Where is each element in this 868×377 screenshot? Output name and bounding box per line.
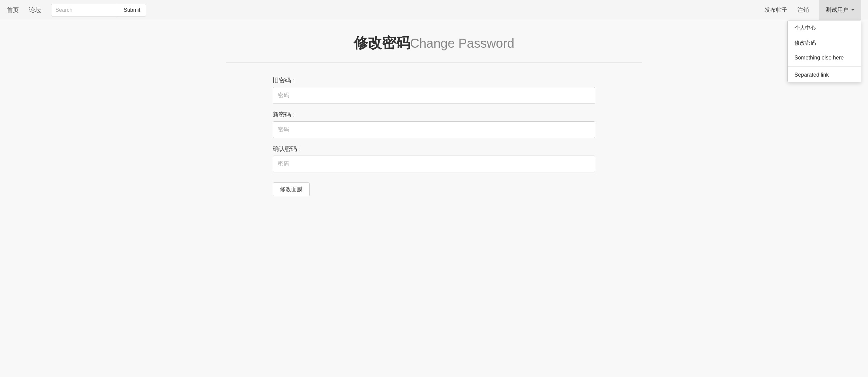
dropdown-profile[interactable]: 个人中心 — [788, 21, 861, 36]
page-title-en: Change Password — [410, 36, 515, 51]
search-input[interactable] — [51, 4, 118, 17]
confirm-password-input[interactable] — [273, 156, 595, 172]
page-title: 修改密码Change Password — [226, 34, 642, 53]
forum-link[interactable]: 论坛 — [29, 6, 41, 14]
dropdown-separated-link[interactable]: Separated link — [788, 68, 861, 82]
confirm-password-label: 确认密码： — [273, 145, 595, 153]
dropdown-menu: 个人中心 修改密码 Something else here Separated … — [787, 20, 861, 82]
old-password-label: 旧密码： — [273, 76, 595, 84]
change-password-form: 旧密码： 新密码： 确认密码： 修改面膜 — [273, 76, 595, 196]
dropdown-something-else[interactable]: Something else here — [788, 51, 861, 65]
new-password-label: 新密码： — [273, 111, 595, 119]
home-link[interactable]: 首页 — [7, 6, 19, 14]
new-password-group: 新密码： — [273, 111, 595, 138]
page-title-zh: 修改密码 — [354, 35, 410, 51]
search-submit-button[interactable]: Submit — [118, 4, 146, 17]
change-password-button[interactable]: 修改面膜 — [273, 183, 310, 196]
navbar-right: 发布帖子 注销 测试用户 个人中心 修改密码 Something else he… — [765, 0, 861, 20]
publish-link[interactable]: 发布帖子 — [765, 6, 787, 14]
dropdown-divider — [788, 66, 861, 66]
navbar: 首页 论坛 Submit 发布帖子 注销 测试用户 个人中心 修改密码 Some… — [0, 0, 868, 20]
confirm-password-group: 确认密码： — [273, 145, 595, 172]
new-password-input[interactable] — [273, 121, 595, 138]
navbar-left: 首页 论坛 Submit — [7, 4, 765, 17]
user-dropdown: 测试用户 个人中心 修改密码 Something else here Separ… — [819, 0, 861, 20]
old-password-group: 旧密码： — [273, 76, 595, 104]
old-password-input[interactable] — [273, 87, 595, 104]
logout-link[interactable]: 注销 — [798, 6, 809, 14]
user-label: 测试用户 — [826, 6, 848, 14]
user-dropdown-button[interactable]: 测试用户 — [819, 0, 861, 20]
chevron-down-icon — [851, 9, 855, 11]
search-form: Submit — [51, 4, 146, 17]
dropdown-change-password[interactable]: 修改密码 — [788, 36, 861, 51]
main-content: 修改密码Change Password 旧密码： 新密码： 确认密码： 修改面膜 — [219, 20, 649, 210]
